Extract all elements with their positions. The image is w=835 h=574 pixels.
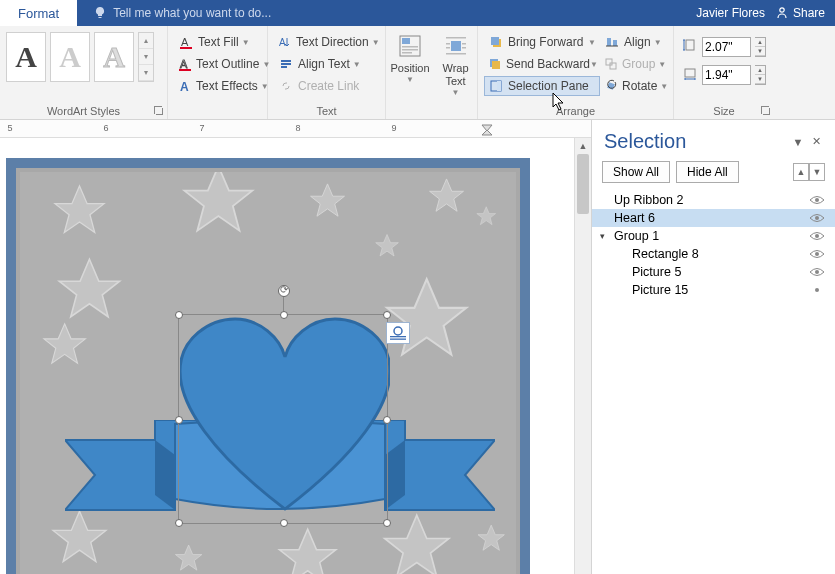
visibility-toggle[interactable]: [809, 195, 825, 205]
bring-forward-button[interactable]: Bring Forward▼: [484, 32, 600, 52]
size-dialog-launcher[interactable]: [761, 106, 771, 116]
svg-rect-7: [281, 60, 291, 62]
pane-options-button[interactable]: ▼: [791, 135, 805, 149]
share-icon: [775, 6, 789, 20]
resize-handle-e[interactable]: [383, 416, 391, 424]
rotate-handle[interactable]: [278, 285, 290, 297]
wrap-text-button[interactable]: Wrap Text ▼: [440, 28, 471, 98]
svg-point-39: [815, 198, 819, 202]
group-button[interactable]: Group▼: [600, 54, 670, 74]
resize-handle-sw[interactable]: [175, 519, 183, 527]
create-link-button[interactable]: Create Link: [274, 76, 379, 96]
layout-options-button[interactable]: [386, 322, 410, 344]
expand-toggle[interactable]: ▾: [600, 231, 605, 241]
reorder-up-button[interactable]: ▲: [793, 163, 809, 181]
resize-handle-w[interactable]: [175, 416, 183, 424]
wordart-swatch-3[interactable]: A: [94, 32, 134, 82]
svg-rect-11: [402, 38, 410, 44]
visibility-toggle[interactable]: [809, 231, 825, 241]
svg-rect-13: [402, 49, 418, 51]
visibility-toggle[interactable]: [809, 285, 825, 295]
resize-handle-ne[interactable]: [383, 311, 391, 319]
text-effects-icon: A: [178, 78, 192, 94]
tab-format[interactable]: Format: [0, 0, 77, 26]
group-label-arrange: Arrange: [478, 105, 673, 117]
selection-box: [178, 314, 388, 524]
svg-rect-19: [446, 47, 450, 49]
text-effects-button[interactable]: A Text Effects▼: [174, 76, 261, 96]
text-direction-button[interactable]: A Text Direction▼: [274, 32, 379, 52]
svg-text:A: A: [181, 36, 189, 48]
svg-point-43: [815, 270, 819, 274]
selection-item[interactable]: Picture 5: [592, 263, 835, 281]
wordart-dialog-launcher[interactable]: [154, 106, 164, 116]
group-text: A Text Direction▼ Align Text▼ Create Lin…: [268, 26, 386, 119]
send-backward-button[interactable]: Send Backward▼: [484, 54, 600, 74]
height-spinner[interactable]: ▲▼: [755, 37, 766, 57]
group-text-effects: A Text Fill▼ A Text Outline▼ A Text Effe…: [168, 26, 268, 119]
rotate-button[interactable]: Rotate▼: [600, 76, 670, 96]
bring-forward-icon: [488, 34, 504, 50]
resize-handle-n[interactable]: [280, 311, 288, 319]
text-direction-icon: A: [278, 34, 292, 50]
lightbulb-icon: [93, 6, 107, 20]
svg-rect-2: [180, 47, 192, 49]
svg-point-44: [815, 288, 819, 292]
visibility-toggle[interactable]: [809, 249, 825, 259]
selection-item[interactable]: Heart 6: [592, 209, 835, 227]
resize-handle-s[interactable]: [280, 519, 288, 527]
svg-rect-4: [179, 69, 191, 71]
svg-rect-17: [446, 43, 450, 45]
page: [6, 158, 530, 574]
height-input[interactable]: 2.07": [702, 37, 751, 57]
titlebar: Format Tell me what you want to do... Ja…: [0, 0, 835, 26]
position-button[interactable]: Position ▼: [392, 28, 428, 85]
share-button[interactable]: Share: [775, 6, 825, 20]
scroll-thumb[interactable]: [577, 154, 589, 214]
selection-item[interactable]: ▾ Group 1: [592, 227, 835, 245]
hide-all-button[interactable]: Hide All: [676, 161, 739, 183]
resize-handle-se[interactable]: [383, 519, 391, 527]
width-input[interactable]: 1.94": [702, 65, 751, 85]
text-outline-button[interactable]: A Text Outline▼: [174, 54, 261, 74]
group-wrap: Wrap Text ▼: [434, 26, 478, 119]
visibility-toggle[interactable]: [809, 267, 825, 277]
resize-handle-nw[interactable]: [175, 311, 183, 319]
indent-marker[interactable]: [480, 122, 494, 136]
show-all-button[interactable]: Show All: [602, 161, 670, 183]
selection-item[interactable]: Up Ribbon 2: [592, 191, 835, 209]
pane-close-button[interactable]: ✕: [809, 135, 823, 149]
align-button[interactable]: Align▼: [600, 32, 670, 52]
reorder-down-button[interactable]: ▼: [809, 163, 825, 181]
wordart-swatch-1[interactable]: A: [6, 32, 46, 82]
svg-rect-27: [497, 81, 501, 91]
scroll-up[interactable]: ▲: [575, 138, 591, 154]
align-icon: [604, 34, 620, 50]
tellme-search[interactable]: Tell me what you want to do...: [93, 6, 696, 20]
selection-pane-button[interactable]: Selection Pane: [484, 76, 600, 96]
visibility-toggle[interactable]: [809, 213, 825, 223]
vertical-scrollbar[interactable]: ▲: [574, 138, 591, 574]
wordart-gallery[interactable]: A A A ▴▾▾: [6, 28, 161, 82]
svg-rect-18: [462, 43, 466, 45]
svg-text:A: A: [180, 58, 188, 70]
wordart-gallery-more[interactable]: ▴▾▾: [138, 32, 154, 82]
wrap-text-icon: [442, 32, 470, 60]
rotate-icon: [604, 78, 618, 94]
height-icon: [682, 37, 698, 57]
svg-point-0: [780, 8, 784, 12]
svg-rect-14: [402, 52, 412, 54]
user-name[interactable]: Javier Flores: [696, 6, 765, 20]
width-spinner[interactable]: ▲▼: [755, 65, 766, 85]
group-label-wordart: WordArt Styles: [0, 105, 167, 117]
width-icon: [682, 65, 698, 85]
document-canvas[interactable]: [0, 138, 574, 574]
align-text-button[interactable]: Align Text▼: [274, 54, 379, 74]
selection-item[interactable]: Rectangle 8: [592, 245, 835, 263]
horizontal-ruler[interactable]: 5 6 7 8 9: [0, 120, 591, 138]
group-wordart-styles: A A A ▴▾▾ WordArt Styles: [0, 26, 168, 119]
selection-item[interactable]: Picture 15: [592, 281, 835, 299]
wordart-swatch-2[interactable]: A: [50, 32, 90, 82]
text-fill-button[interactable]: A Text Fill▼: [174, 32, 261, 52]
svg-rect-23: [491, 37, 499, 45]
